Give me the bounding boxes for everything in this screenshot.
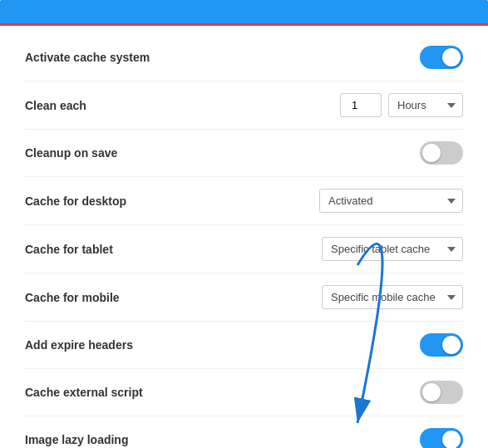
- setting-row-cache-external-script: Cache external script: [25, 369, 463, 416]
- label-cache-external-script: Cache external script: [25, 386, 143, 399]
- clean-each-unit-select[interactable]: HoursMinutesDays: [388, 93, 463, 117]
- select-cache-for-tablet[interactable]: ActivatedDisabledSpecific tablet cache: [322, 237, 463, 261]
- select-cache-for-mobile[interactable]: ActivatedDisabledSpecific mobile cache: [322, 285, 463, 309]
- label-cache-for-tablet: Cache for tablet: [25, 243, 113, 256]
- clean-each-control: HoursMinutesDays: [340, 93, 463, 117]
- label-add-expire-headers: Add expire headers: [25, 338, 133, 352]
- toggle-cleanup-on-save[interactable]: [420, 141, 463, 165]
- control-image-lazy-loading: [420, 428, 463, 448]
- settings-list: Activate cache systemClean eachHoursMinu…: [0, 26, 488, 448]
- setting-row-cache-for-tablet: Cache for tabletActivatedDisabledSpecifi…: [25, 225, 463, 273]
- control-add-expire-headers: [420, 333, 463, 357]
- setting-row-image-lazy-loading: Image lazy loading: [25, 416, 463, 448]
- select-cache-for-desktop[interactable]: ActivatedDisabledSpecific desktop cache: [319, 189, 463, 213]
- label-activate-cache-system: Activate cache system: [25, 51, 150, 64]
- control-cache-for-mobile: ActivatedDisabledSpecific mobile cache: [322, 285, 463, 309]
- toggle-image-lazy-loading[interactable]: [420, 428, 463, 448]
- setting-row-add-expire-headers: Add expire headers: [25, 322, 463, 369]
- label-clean-each: Clean each: [25, 99, 86, 112]
- page-header: [0, 0, 488, 26]
- control-activate-cache-system: [420, 46, 463, 69]
- toggle-cache-external-script[interactable]: [420, 381, 463, 404]
- control-cleanup-on-save: [420, 141, 463, 165]
- control-clean-each: HoursMinutesDays: [340, 93, 463, 117]
- setting-row-cache-for-mobile: Cache for mobileActivatedDisabledSpecifi…: [25, 273, 463, 322]
- setting-row-cache-for-desktop: Cache for desktopActivatedDisabledSpecif…: [25, 177, 463, 225]
- label-cleanup-on-save: Cleanup on save: [25, 146, 117, 160]
- label-image-lazy-loading: Image lazy loading: [25, 433, 128, 446]
- label-cache-for-desktop: Cache for desktop: [25, 194, 126, 208]
- control-cache-external-script: [420, 381, 463, 404]
- toggle-activate-cache-system[interactable]: [420, 46, 463, 69]
- setting-row-cleanup-on-save: Cleanup on save: [25, 130, 463, 177]
- control-cache-for-tablet: ActivatedDisabledSpecific tablet cache: [322, 237, 463, 261]
- toggle-add-expire-headers[interactable]: [420, 333, 463, 357]
- label-cache-for-mobile: Cache for mobile: [25, 291, 120, 304]
- settings-card: Activate cache systemClean eachHoursMinu…: [0, 0, 488, 448]
- setting-row-clean-each: Clean eachHoursMinutesDays: [25, 81, 463, 130]
- clean-each-number-input[interactable]: [340, 93, 382, 117]
- control-cache-for-desktop: ActivatedDisabledSpecific desktop cache: [319, 189, 463, 213]
- setting-row-activate-cache-system: Activate cache system: [25, 34, 463, 81]
